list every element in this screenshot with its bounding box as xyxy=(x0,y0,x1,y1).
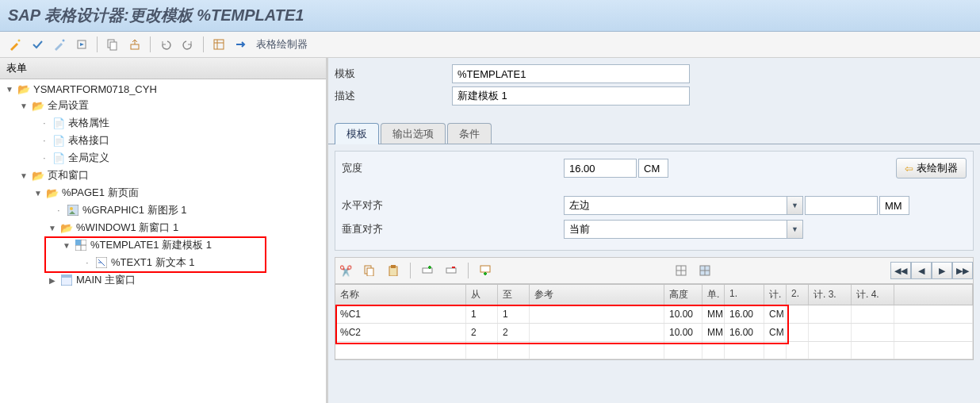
col-ref[interactable]: 参考 xyxy=(530,285,664,305)
tree-pages[interactable]: ▼📂页和窗口 xyxy=(0,167,326,184)
wizard-icon[interactable] xyxy=(5,35,25,54)
col-c2[interactable]: 2. xyxy=(787,285,809,305)
desc-input[interactable] xyxy=(452,86,690,106)
tree-def[interactable]: ·📄全局定义 xyxy=(0,149,326,167)
tree-label: 全局设置 xyxy=(48,98,89,113)
cut-icon[interactable]: ✂️ xyxy=(335,261,356,280)
chevron-down-icon[interactable]: ▼ xyxy=(787,220,803,239)
table-painter-button[interactable]: ⇦表绘制器 xyxy=(896,158,967,178)
cell-to[interactable]: 2 xyxy=(498,324,530,341)
cell-to[interactable]: 1 xyxy=(498,305,530,323)
grid-row[interactable] xyxy=(335,342,973,359)
collapse-icon[interactable]: ▼ xyxy=(33,188,43,198)
col-m1[interactable]: 1. xyxy=(725,285,764,305)
cell-c4[interactable] xyxy=(852,305,894,323)
grid-row[interactable]: %C1 1 1 10.00 MM 16.00 CM xyxy=(335,305,973,324)
col-unit2[interactable]: 计. xyxy=(764,285,787,305)
first-col-icon[interactable]: ◀◀ xyxy=(890,262,911,279)
prev-col-icon[interactable]: ◀ xyxy=(911,262,932,279)
col-unit1[interactable]: 单. xyxy=(702,285,725,305)
grid-row[interactable]: %C2 2 2 10.00 MM 16.00 CM xyxy=(335,324,973,342)
cell-height[interactable]: 10.00 xyxy=(664,305,702,323)
collapse-icon[interactable]: ▼ xyxy=(48,223,57,232)
cell-c3[interactable] xyxy=(809,324,852,341)
collapse-icon[interactable]: ▼ xyxy=(5,84,14,94)
chevron-down-icon[interactable]: ▼ xyxy=(787,196,803,215)
tree-root[interactable]: ▼📂YSMARTFORM0718_CYH xyxy=(0,81,326,97)
form-tree[interactable]: ▼📂YSMARTFORM0718_CYH ▼📂全局设置 ·📄表格属性 ·📄表格接… xyxy=(0,79,326,403)
cell-ref[interactable] xyxy=(530,305,664,323)
check-icon[interactable] xyxy=(27,35,48,54)
cell-m1[interactable]: 16.00 xyxy=(725,305,764,323)
col-c4[interactable]: 计. 4. xyxy=(852,285,894,305)
execute-icon[interactable] xyxy=(71,35,92,54)
activate-icon[interactable] xyxy=(49,35,70,54)
tree-text1[interactable]: ·%TEXT1 新文本 1 xyxy=(0,254,326,271)
display-pattern-icon[interactable] xyxy=(695,261,715,280)
valign-combo[interactable] xyxy=(564,220,787,239)
cell-c2[interactable] xyxy=(787,324,809,341)
cell-from[interactable]: 2 xyxy=(466,324,498,341)
tab-template[interactable]: 模板 xyxy=(335,123,379,144)
tree-label: 全局定义 xyxy=(68,151,109,165)
cell-name[interactable]: %C1 xyxy=(335,305,466,323)
cell-name[interactable]: %C2 xyxy=(335,324,466,341)
collapse-icon[interactable]: ▼ xyxy=(62,240,71,250)
redo-icon[interactable] xyxy=(178,35,198,54)
collapse-icon[interactable]: ▼ xyxy=(19,171,29,180)
tab-output[interactable]: 输出选项 xyxy=(381,123,446,144)
cell-c2[interactable] xyxy=(787,305,809,323)
table-painter-link[interactable]: 表格绘制器 xyxy=(253,37,311,52)
cell-m1[interactable]: 16.00 xyxy=(725,324,764,341)
col-c3[interactable]: 计. 3. xyxy=(809,285,852,305)
cell-u1[interactable]: MM xyxy=(702,324,725,341)
collapse-icon[interactable]: ▼ xyxy=(19,101,29,110)
tree-attr[interactable]: ·📄表格属性 xyxy=(0,114,326,132)
tree-page1[interactable]: ▼📂%PAGE1 新页面 xyxy=(0,184,326,202)
tree-graphic1[interactable]: ·%GRAPHIC1 新图形 1 xyxy=(0,202,326,219)
cell-ref[interactable] xyxy=(530,324,664,341)
document-icon: 📄 xyxy=(52,152,65,164)
upload-icon[interactable] xyxy=(124,35,145,54)
cell-u2[interactable]: CM xyxy=(764,324,787,341)
col-from[interactable]: 从 xyxy=(466,285,498,305)
cell-c4[interactable] xyxy=(852,324,894,341)
col-to[interactable]: 至 xyxy=(498,285,530,305)
width-input[interactable] xyxy=(564,159,637,178)
copy-icon[interactable] xyxy=(102,35,123,54)
tree-label: %TEMPLATE1 新建模板 1 xyxy=(90,238,212,252)
next-col-icon[interactable]: ▶ xyxy=(932,262,952,279)
svg-rect-14 xyxy=(75,240,81,245)
tree-template1[interactable]: ▼%TEMPLATE1 新建模板 1 xyxy=(0,236,326,254)
width-unit[interactable] xyxy=(638,159,668,178)
select-pattern-icon[interactable] xyxy=(671,261,691,280)
last-col-icon[interactable]: ▶▶ xyxy=(952,262,973,279)
insert-row-icon[interactable] xyxy=(417,261,438,280)
tab-condition[interactable]: 条件 xyxy=(447,123,492,144)
delete-row-icon[interactable] xyxy=(441,261,461,280)
copy-icon[interactable] xyxy=(359,261,380,280)
tree-iface[interactable]: ·📄表格接口 xyxy=(0,132,326,149)
tree-window1[interactable]: ▼📂%WINDOW1 新窗口 1 xyxy=(0,219,326,236)
cell-height[interactable]: 10.00 xyxy=(664,324,702,341)
undo-icon[interactable] xyxy=(155,35,176,54)
halign-combo[interactable] xyxy=(564,196,787,215)
cell-from[interactable]: 1 xyxy=(466,305,498,323)
col-height[interactable]: 高度 xyxy=(664,285,702,305)
cell-c3[interactable] xyxy=(809,305,852,323)
tree-panel: 表单 ▼📂YSMARTFORM0718_CYH ▼📂全局设置 ·📄表格属性 ·📄… xyxy=(0,58,328,403)
halign-offset[interactable] xyxy=(805,196,878,215)
goto-painter-icon[interactable] xyxy=(231,35,251,54)
tree-main[interactable]: ▶MAIN 主窗口 xyxy=(0,271,326,289)
paste-icon[interactable] xyxy=(383,261,404,280)
tree-global[interactable]: ▼📂全局设置 xyxy=(0,97,326,114)
expand-icon[interactable]: ▶ xyxy=(48,275,57,285)
template-input[interactable] xyxy=(452,64,690,83)
form-painter-icon[interactable] xyxy=(209,35,229,54)
append-row-icon[interactable] xyxy=(475,261,496,280)
cell-u1[interactable]: MM xyxy=(702,305,725,323)
halign-unit[interactable] xyxy=(879,196,909,215)
cell-u2[interactable]: CM xyxy=(764,305,787,323)
template-grid[interactable]: 名称 从 至 参考 高度 单. 1. 计. 2. 计. 3. 计. 4. xyxy=(335,284,974,360)
col-name[interactable]: 名称 xyxy=(335,285,466,305)
